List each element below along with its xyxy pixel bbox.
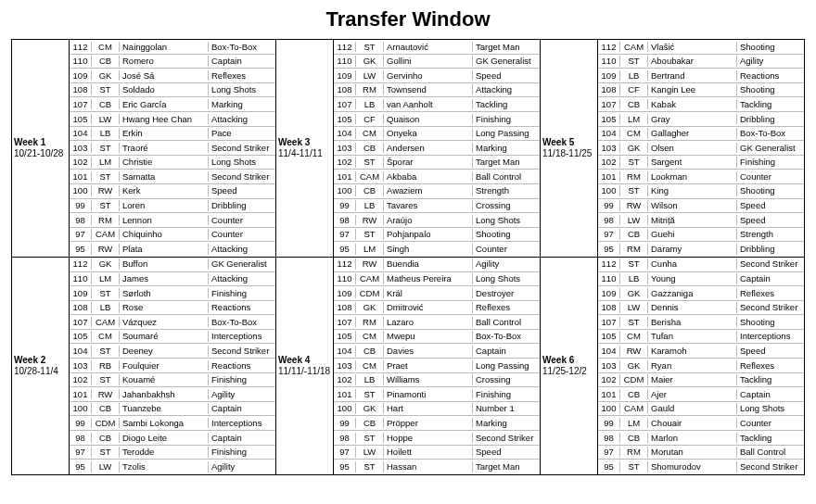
- player-name: Matheus Pereira: [384, 273, 473, 284]
- player-row: 107STBerishaShooting: [598, 315, 804, 330]
- player-rating: 104: [334, 128, 356, 139]
- player-trait: Long Shots: [473, 215, 540, 226]
- player-position: GK: [92, 70, 120, 82]
- player-position: RM: [620, 447, 648, 458]
- player-position: CB: [620, 389, 648, 400]
- player-row: 110CBRomeroCaptain: [70, 55, 275, 69]
- player-row: 101CBAjerCaptain: [598, 387, 804, 402]
- player-trait: Ball Control: [473, 317, 540, 328]
- player-trait: GK Generalist: [209, 258, 275, 270]
- player-rating: 107: [334, 99, 356, 110]
- player-position: RW: [356, 215, 384, 226]
- player-position: LW: [356, 447, 384, 458]
- player-position: RW: [620, 346, 648, 357]
- player-trait: Speed: [737, 346, 804, 357]
- player-row: 105CMTufanInterceptions: [598, 330, 804, 345]
- player-row: 101CAMAkbabaBall Control: [334, 170, 540, 184]
- player-trait: Counter: [737, 171, 804, 183]
- player-row: 103CBAndersenMarking: [334, 141, 540, 156]
- player-name: Tufan: [648, 331, 737, 342]
- player-row: 105CFQuaisonFinishing: [334, 112, 540, 127]
- player-name: Mwepu: [384, 331, 473, 342]
- player-rating: 97: [70, 447, 92, 458]
- player-name: Araújo: [384, 215, 473, 226]
- player-trait: Crossing: [473, 374, 540, 385]
- player-name: Plata: [120, 244, 209, 255]
- player-position: LW: [92, 461, 120, 472]
- player-name: Lookman: [648, 171, 737, 183]
- player-position: CDM: [620, 374, 648, 385]
- player-position: RW: [92, 389, 120, 400]
- player-trait: Reflexes: [737, 288, 804, 299]
- player-trait: Second Striker: [737, 302, 804, 313]
- player-name: Kerk: [120, 185, 209, 196]
- player-trait: Counter: [737, 418, 804, 429]
- player-rating: 103: [334, 360, 356, 372]
- player-trait: Shooting: [473, 229, 540, 240]
- player-name: Davies: [384, 346, 473, 357]
- player-name: van Aanholt: [384, 99, 473, 110]
- player-row: 110LMJamesAttacking: [70, 272, 275, 287]
- player-rating: 109: [334, 288, 356, 299]
- player-position: GK: [356, 56, 384, 67]
- player-rating: 104: [598, 346, 620, 357]
- week-label: Week 311/4-11/11: [276, 40, 334, 257]
- week-dates: 10/21-10/28: [14, 148, 67, 159]
- player-trait: Reactions: [209, 302, 275, 313]
- player-trait: Shooting: [737, 42, 804, 53]
- player-name: Nainggolan: [120, 42, 209, 53]
- player-row: 98CBDiogo LeiteCaptain: [70, 431, 275, 446]
- player-name: Pohjanpalo: [384, 229, 473, 240]
- player-row: 104LBErkinPace: [70, 127, 275, 142]
- player-name: Gallagher: [648, 128, 737, 139]
- player-trait: Box-To-Box: [473, 331, 540, 342]
- player-position: ST: [620, 461, 648, 472]
- player-position: LB: [356, 374, 384, 385]
- player-rating: 99: [70, 418, 92, 429]
- player-row: 103STTraoréSecond Striker: [70, 141, 275, 156]
- player-trait: Interceptions: [209, 331, 275, 342]
- player-rating: 97: [334, 447, 356, 458]
- player-name: Samatta: [120, 171, 209, 183]
- player-row: 99LMChouairCounter: [598, 416, 804, 431]
- player-trait: Finishing: [473, 389, 540, 400]
- player-trait: Captain: [209, 433, 275, 444]
- player-name: Gollini: [384, 56, 473, 67]
- player-rating: 99: [598, 200, 620, 211]
- player-position: LB: [92, 302, 120, 313]
- player-name: Kabak: [648, 99, 737, 110]
- player-rating: 109: [70, 288, 92, 299]
- player-name: Tavares: [384, 200, 473, 211]
- player-name: Tuanzebe: [120, 403, 209, 414]
- player-trait: Finishing: [209, 288, 275, 299]
- week-dates: 11/4-11/11: [278, 148, 331, 159]
- player-name: Maier: [648, 374, 737, 385]
- player-trait: Marking: [473, 143, 540, 154]
- player-position: ST: [92, 143, 120, 154]
- player-rating: 99: [334, 418, 356, 429]
- player-trait: Reactions: [209, 360, 275, 372]
- player-list: 112STArnautovićTarget Man110GKGolliniGK …: [334, 40, 540, 257]
- player-position: CB: [620, 99, 648, 110]
- player-position: CAM: [92, 317, 120, 328]
- player-row: 99LBTavaresCrossing: [334, 199, 540, 214]
- player-name: Young: [648, 273, 737, 284]
- player-name: Awaziem: [384, 185, 473, 196]
- player-trait: Attacking: [473, 84, 540, 95]
- player-position: ST: [356, 433, 384, 444]
- player-rating: 100: [598, 403, 620, 414]
- player-row: 97RMMorutanBall Control: [598, 446, 804, 460]
- player-row: 95RMDaramyDribbling: [598, 242, 804, 257]
- player-rating: 110: [70, 56, 92, 67]
- player-trait: Long Shots: [209, 84, 275, 95]
- player-row: 108STSoldadoLong Shots: [70, 83, 275, 98]
- player-name: Jahanbakhsh: [120, 389, 209, 400]
- player-row: 108RMTownsendAttacking: [334, 83, 540, 98]
- player-list: 112CMNainggolanBox-To-Box110CBRomeroCapt…: [70, 40, 275, 257]
- player-name: Aboubakar: [648, 56, 737, 67]
- player-trait: Reactions: [737, 70, 804, 82]
- player-position: ST: [620, 185, 648, 196]
- player-rating: 100: [70, 185, 92, 196]
- week-dates: 10/28-11/4: [14, 366, 67, 377]
- player-trait: Long Shots: [737, 403, 804, 414]
